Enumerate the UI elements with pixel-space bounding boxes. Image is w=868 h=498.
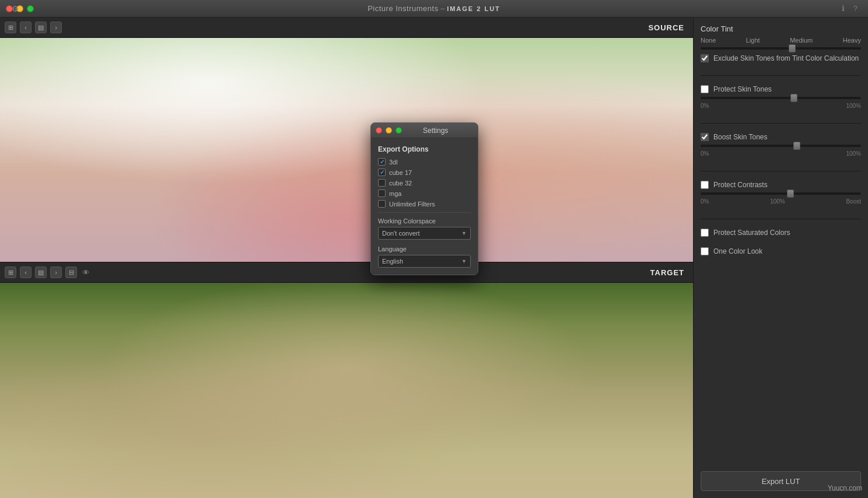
label-light: Light	[746, 37, 760, 44]
source-image	[0, 38, 693, 262]
divider-1	[701, 75, 861, 76]
exclude-skin-checkbox[interactable]	[701, 54, 709, 62]
protect-contrasts-section: Protect Contrasts 0% 100% Boost	[701, 181, 861, 209]
protect-saturated-checkbox[interactable]	[701, 229, 709, 237]
divider-2	[701, 123, 861, 124]
protect-contrasts-min: 0%	[701, 198, 709, 205]
export-3dl-row: 3dl	[378, 158, 471, 166]
protect-skin-label: Protect Skin Tones	[713, 85, 772, 93]
color-tint-section: Color Tint None Light Medium Heavy Exclu…	[701, 24, 861, 66]
language-arrow: ▼	[461, 258, 467, 264]
export-mga-row: mga	[378, 190, 471, 197]
boost-skin-row: Boost Skin Tones	[701, 133, 861, 141]
color-tint-slider[interactable]	[701, 47, 861, 50]
export-cube32-checkbox[interactable]	[378, 179, 386, 187]
protect-skin-percent-labels: 0% 100%	[701, 103, 861, 109]
modal-minimize-button[interactable]	[386, 127, 392, 134]
label-heavy: Heavy	[843, 37, 861, 44]
question-icon[interactable]: ?	[853, 4, 858, 13]
export-3dl-checkbox[interactable]	[378, 158, 386, 166]
working-colorspace-value: Don't convert	[382, 230, 419, 237]
protect-saturated-label: Protect Saturated Colors	[713, 229, 790, 237]
protect-saturated-row: Protect Saturated Colors	[701, 229, 861, 237]
boost-skin-label: Boost Skin Tones	[713, 133, 768, 141]
maximize-button[interactable]	[27, 5, 34, 12]
divider-4	[701, 219, 861, 219]
protect-skin-slider-section: 0% 100%	[701, 97, 861, 109]
export-unlimited-checkbox[interactable]	[378, 200, 386, 208]
right-panel: Color Tint None Light Medium Heavy Exclu…	[693, 17, 868, 498]
export-cube17-row: cube 17	[378, 169, 471, 176]
protect-contrasts-label: Protect Contrasts	[713, 181, 768, 189]
source-toolbar: ⊞ ‹ ▤ › SOURCE	[0, 17, 693, 38]
protect-contrasts-row: Protect Contrasts	[701, 181, 861, 189]
protect-skin-tones-section: Protect Skin Tones 0% 100%	[701, 85, 861, 114]
protect-skin-min: 0%	[701, 103, 709, 109]
label-none: None	[701, 37, 716, 44]
target-browse-button[interactable]: ▤	[35, 266, 47, 278]
target-area: ⊞ ‹ ▤ › ⊟ 👁 TARGET	[0, 262, 693, 498]
source-label: SOURCE	[648, 23, 684, 32]
source-next-button[interactable]: ›	[50, 22, 62, 33]
protect-contrasts-checkbox[interactable]	[701, 181, 709, 189]
target-image	[0, 283, 693, 498]
export-unlimited-label: Unlimited Filters	[389, 201, 435, 208]
modal-maximize-button[interactable]	[396, 127, 402, 134]
target-label: TARGET	[650, 268, 684, 277]
export-cube32-label: cube 32	[389, 180, 412, 187]
target-toolbar: ⊞ ‹ ▤ › ⊟ 👁 TARGET	[0, 262, 693, 283]
color-tint-labels: None Light Medium Heavy	[701, 37, 861, 44]
working-colorspace-dropdown[interactable]: Don't convert ▼	[378, 227, 471, 240]
target-eye-icon[interactable]: 👁	[80, 267, 91, 278]
language-title: Language	[378, 246, 471, 252]
traffic-lights	[6, 5, 34, 12]
export-cube17-label: cube 17	[389, 169, 412, 176]
exclude-skin-label: Exclude Skin Tones from Tint Color Calcu…	[713, 54, 859, 62]
modal-title: Settings	[423, 127, 448, 135]
protect-contrasts-mid: 100%	[770, 198, 785, 205]
language-dropdown[interactable]: English ▼	[378, 255, 471, 268]
working-colorspace-title: Working Colorspace	[378, 218, 471, 225]
export-unlimited-row: Unlimited Filters	[378, 200, 471, 208]
boost-skin-slider-section: 0% 100%	[701, 145, 861, 157]
gear-icon[interactable]: ⚙	[12, 4, 19, 13]
info-icon[interactable]: ℹ	[842, 4, 845, 13]
language-value: English	[382, 258, 403, 265]
boost-skin-checkbox[interactable]	[701, 133, 709, 141]
source-browse-button[interactable]: ▤	[35, 22, 47, 33]
left-panel: ⊞ ‹ ▤ › SOURCE ⊞ ‹ ▤ › ⊟ 👁 TARGET	[0, 17, 693, 498]
target-next-button[interactable]: ›	[50, 266, 62, 278]
divider-3	[701, 171, 861, 171]
protect-contrasts-boost: Boost	[846, 198, 861, 205]
source-copy-button[interactable]: ⊞	[5, 22, 16, 33]
boost-skin-max: 100%	[846, 150, 861, 157]
label-medium: Medium	[790, 37, 813, 44]
protect-skin-checkbox[interactable]	[701, 85, 709, 93]
one-color-look-checkbox[interactable]	[701, 247, 709, 255]
export-cube17-checkbox[interactable]	[378, 169, 386, 176]
modal-content: Export Options 3dl cube 17 cube 32 mga U…	[371, 138, 478, 275]
exclude-skin-row: Exclude Skin Tones from Tint Color Calcu…	[701, 54, 861, 62]
settings-modal: Settings Export Options 3dl cube 17 cube…	[370, 122, 478, 275]
boost-skin-tones-section: Boost Skin Tones 0% 100%	[701, 133, 861, 162]
target-filmstrip-button[interactable]: ⊟	[65, 266, 77, 278]
modal-divider-1	[378, 212, 471, 213]
export-options-title: Export Options	[378, 145, 471, 153]
one-color-look-label: One Color Look	[713, 247, 762, 255]
boost-skin-slider[interactable]	[701, 145, 861, 147]
protect-skin-max: 100%	[846, 103, 861, 109]
export-mga-label: mga	[389, 190, 401, 197]
source-prev-button[interactable]: ‹	[20, 22, 32, 33]
app-title: Picture Instruments – IMAGE 2 LUT	[368, 4, 501, 13]
protect-contrasts-percent-labels: 0% 100% Boost	[701, 198, 861, 205]
target-copy-button[interactable]: ⊞	[5, 266, 16, 278]
modal-close-button[interactable]	[376, 127, 382, 134]
boost-skin-min: 0%	[701, 150, 709, 157]
protect-contrasts-slider[interactable]	[701, 192, 861, 195]
export-mga-checkbox[interactable]	[378, 190, 386, 197]
color-tint-title: Color Tint	[701, 24, 861, 33]
boost-skin-percent-labels: 0% 100%	[701, 150, 861, 157]
target-prev-button[interactable]: ‹	[20, 266, 32, 278]
export-3dl-label: 3dl	[389, 159, 398, 166]
protect-skin-slider[interactable]	[701, 97, 861, 99]
